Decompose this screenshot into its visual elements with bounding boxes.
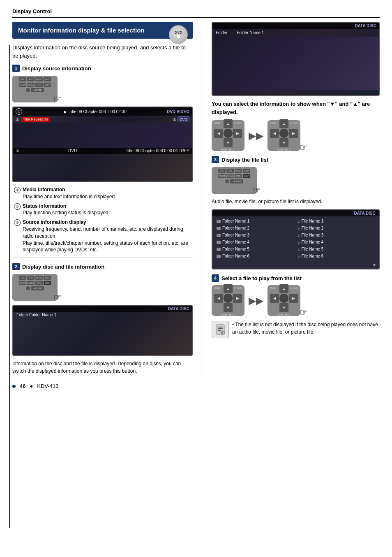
music-icon-5: ♪ xyxy=(298,247,300,251)
dpad-r-br xyxy=(289,138,298,147)
dpad-left-label-aud: AUD xyxy=(214,121,220,124)
page-model: ● xyxy=(30,383,33,389)
title-chapter-time: Title 09 Chapter 003 T 00:02:30 xyxy=(69,109,126,114)
rc-btn-menu: MENU xyxy=(35,77,43,81)
rc-btn-disp: DISP xyxy=(44,83,51,87)
step4-dpad-right-wrap: NTER AUD ▲ ◀ ▶ ▼ xyxy=(267,285,300,316)
folder-icon-4 xyxy=(217,241,221,244)
screen-middle-area xyxy=(13,123,192,148)
step4-dpad-l-aud: AUD xyxy=(214,286,220,289)
folder-icon-6 xyxy=(217,255,221,258)
remotes-separator: ▶▶ xyxy=(249,130,263,142)
scroll-arrow: ▼ xyxy=(372,263,376,267)
rc3-btn-enter: ⊙ENTER xyxy=(230,179,243,183)
rc2-btn-zoom: ZOOM xyxy=(19,281,26,285)
step3-num: 3 xyxy=(212,156,219,163)
step2-remote-container: SRC FAV MENU AUD ZOOM ANGLE RTN DISP xyxy=(12,274,193,301)
annotation-3: ③ Source information display Receiving f… xyxy=(14,219,193,253)
dvd-circle: DVD xyxy=(169,25,188,44)
dpad-right-label-aud: AUD xyxy=(270,121,276,124)
step1-remote-container: SRC FAV MENU AUD ZOOM ANGLE RTN DISP xyxy=(12,75,193,102)
dpad-center xyxy=(224,129,233,138)
dpad-remote-right-wrapper: NTER AUD ▲ ◀ ▶ ▼ xyxy=(267,120,300,151)
main-title: Monitor information display & file selec… xyxy=(18,26,187,35)
file-name-5: File Name 5 xyxy=(302,247,324,251)
s4-up: ▲ xyxy=(224,284,233,293)
section-title-box: Monitor information display & file selec… xyxy=(12,22,193,39)
folder-item-1: Folder Name 1 xyxy=(215,218,295,224)
ann-circle-2: ② xyxy=(14,203,21,210)
rc3-btn-disp: DISP xyxy=(243,174,250,178)
step3-desc: Audio file, movie file, or picture file … xyxy=(212,198,380,205)
remote-row-1: SRC FAV MENU AUD xyxy=(14,77,56,81)
hand-pointer-4: ☞ xyxy=(253,185,261,196)
s4r-bl xyxy=(270,303,279,312)
folder-name-1: Folder Name 1 xyxy=(222,219,249,223)
remote-control-2: SRC FAV MENU AUD ZOOM ANGLE RTN DISP xyxy=(12,274,58,301)
rc3-row-2: ZOOM ANGLE RTN DISP xyxy=(213,174,255,178)
rc-btn-aud: AUD xyxy=(44,77,51,81)
s4-br xyxy=(233,303,242,312)
dvd-video-display: ① ▶ Title 09 Chapter 003 T 00:02:30 DVD … xyxy=(13,107,192,181)
ann-title-2: Status information xyxy=(23,203,66,209)
right-caption: You can select the information to show w… xyxy=(212,100,380,116)
left-indicator-line xyxy=(9,45,10,528)
rc3-btn-zoom: ZOOM xyxy=(218,174,226,178)
remote-with-hand: SRC FAV MENU AUD ZOOM ANGLE RTN DISP xyxy=(12,76,58,102)
dpad-r-down: ▼ xyxy=(279,138,288,147)
dpad-left-bottom-labels: DVD TV▼ xyxy=(221,149,235,152)
s4r-dvd: DVD xyxy=(277,314,283,317)
title-info: ▶ Title 09 Chapter 003 T 00:02:30 xyxy=(64,109,126,114)
scroll-indicator: ▼ xyxy=(212,261,379,269)
ann-desc-2: Play function setting status is displaye… xyxy=(23,210,110,216)
folder-name-6: Folder Name 6 xyxy=(222,254,249,258)
rc3-row-3: · ⊙ENTER xyxy=(213,179,255,183)
rc3-btn-dot: · xyxy=(225,179,229,183)
annotations: ① Media information Play time and text i… xyxy=(14,186,193,253)
step4-dpad-r-labels: DVD TV▼ xyxy=(277,314,291,317)
remote-control-3: SRC FAV MENU AUD ZOOM ANGLE RTN DISP xyxy=(212,167,257,194)
dpad-tv-label: TV▼ xyxy=(228,149,235,152)
step3-title: Display the file list xyxy=(221,157,268,163)
s4-center xyxy=(224,294,233,303)
folder-icon-5 xyxy=(217,248,221,251)
step4-num: 4 xyxy=(212,274,219,282)
note-icon-svg: ? xyxy=(214,324,226,335)
right-column: DATA DISC Folder Folder Name 1 You can s… xyxy=(210,22,380,375)
step1-title: Display source information xyxy=(22,65,91,72)
hand-pointer-1: ☞ xyxy=(53,94,62,104)
play-icon: ▶ xyxy=(64,109,67,114)
rc-btn-zoom: ZOOM xyxy=(19,83,26,87)
file-item-4: ♪ File Name 4 xyxy=(296,239,377,245)
svg-rect-1 xyxy=(218,327,223,327)
rc3-row-1: SRC FAV MENU AUD xyxy=(213,169,255,173)
ann-title-1: Media information xyxy=(23,187,65,193)
file-list-header: DATA DISC xyxy=(212,210,379,216)
dpad-r-tv-label: TV▼ xyxy=(284,149,291,152)
rc-btn-fav: FAV xyxy=(27,77,35,81)
arrow-remotes: NTER AUD ▲ ◀ ▶ ▼ DVD xyxy=(212,120,380,151)
page-number: 46 xyxy=(20,383,25,389)
remote-row-3: · ⊙ENTER xyxy=(14,88,56,92)
step4-dpad-l-label: NTER xyxy=(234,286,242,289)
dvd-bottom-label: DVD xyxy=(68,149,77,153)
model-name: KDV-412 xyxy=(37,383,58,389)
title-chapter-rep: Title 09 Chapter 003 0:00:04T.REP xyxy=(126,149,189,153)
dvd-inner-circle xyxy=(176,35,180,39)
ann-desc-3: Receiving frequency, band, number of cha… xyxy=(23,226,188,253)
folder-name-4: Folder Name 4 xyxy=(222,240,249,244)
folder-icon-2 xyxy=(217,227,221,230)
left-column: Monitor information display & file selec… xyxy=(12,22,201,375)
dpad-up: ▲ xyxy=(224,119,233,128)
s4-right: ▶ xyxy=(233,294,242,303)
folder-item-3: Folder Name 3 xyxy=(215,232,295,238)
dpad-remote-left: NTER AUD ▲ ◀ ▶ ▼ DVD xyxy=(212,120,244,151)
dpad-r-up: ▲ xyxy=(279,119,288,128)
s4r-right: ▶ xyxy=(289,294,298,303)
ann-circle-1: ① xyxy=(14,187,21,193)
dpad-r-left: ◀ xyxy=(270,129,279,138)
s4-tv: TV▼ xyxy=(228,314,235,317)
music-icon-2: ♪ xyxy=(298,226,300,230)
svg-rect-3 xyxy=(218,330,221,331)
intro-text: Displays information on the disc source … xyxy=(12,44,193,60)
